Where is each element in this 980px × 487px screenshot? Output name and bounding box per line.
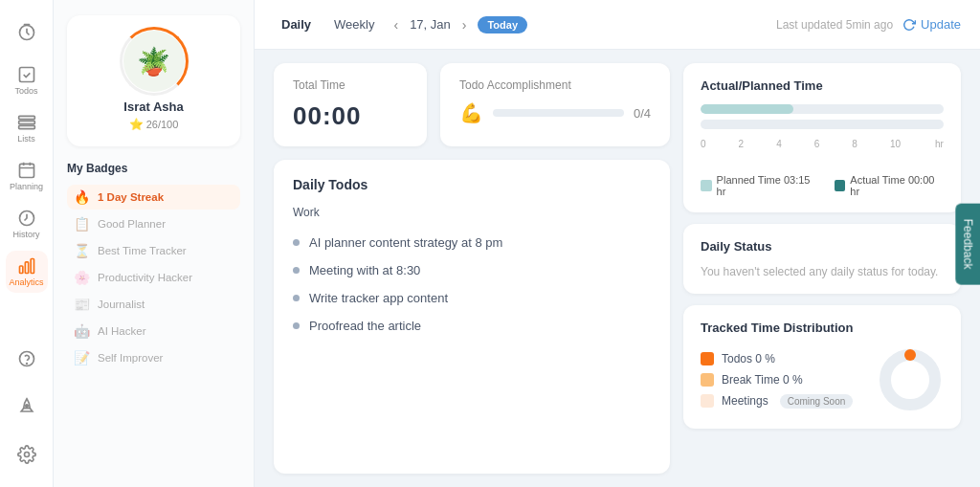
left-panel: 🪴 Israt Asha ⭐ 26/100 My Badges 🔥 1 Day … <box>54 0 255 487</box>
badge-item-streak[interactable]: 🔥 1 Day Streak <box>67 185 240 210</box>
actual-legend-label: Actual Time 00:00 hr <box>850 174 944 197</box>
todo-text: Meeting with at 8:30 <box>309 263 420 277</box>
prev-date-button[interactable]: ‹ <box>390 15 402 34</box>
svg-rect-8 <box>25 262 28 274</box>
feedback-tab[interactable]: Feedback <box>956 203 980 284</box>
planned-bar-track <box>701 104 944 114</box>
actual-planned-title: Actual/Planned Time <box>701 78 944 93</box>
axis-10: 10 <box>890 139 901 149</box>
svg-point-13 <box>24 453 29 457</box>
actual-bar-row <box>701 120 944 129</box>
daily-status-message: You haven't selected any daily status fo… <box>701 265 944 278</box>
todo-item[interactable]: Write tracker app content <box>293 284 651 312</box>
actual-legend-dot <box>835 180 846 191</box>
sidebar-item-help[interactable] <box>6 338 48 380</box>
badge-label-productivity: Productivity Hacker <box>98 272 192 283</box>
sidebar-item-rocket[interactable] <box>6 386 48 428</box>
sidebar-item-analytics[interactable]: Analytics <box>6 251 48 293</box>
left-column: Total Time 00:00 Todo Accomplishment 💪 0… <box>274 63 670 474</box>
topbar-right: Last updated 5min ago Update <box>776 17 961 32</box>
total-time-value: 00:00 <box>293 101 408 131</box>
badge-item-journalist[interactable]: 📰 Journalist <box>67 292 240 317</box>
axis-4: 4 <box>776 139 782 149</box>
last-updated-text: Last updated 5min ago <box>776 18 893 32</box>
todo-progress-bar <box>493 109 624 117</box>
todo-item[interactable]: AI planner content strategy at 8 pm <box>293 229 651 256</box>
ai-hacker-icon: 🤖 <box>73 323 90 339</box>
todo-dot <box>293 295 300 301</box>
sidebar-item-todos[interactable]: Todos <box>6 59 48 101</box>
time-tracker-icon: ⏳ <box>73 243 90 258</box>
bar-chart: 0 2 4 6 8 10 hr <box>701 104 944 166</box>
tracked-time-card: Tracked Time Distribution Todos 0 % Brea… <box>683 305 961 429</box>
dist-break: Break Time 0 % <box>701 373 865 387</box>
badge-item-productivity[interactable]: 🌸 Productivity Hacker <box>67 265 240 290</box>
svg-rect-3 <box>18 121 34 123</box>
topbar: Daily Weekly ‹ 17, Jan › Today Last upda… <box>255 0 980 50</box>
today-badge[interactable]: Today <box>478 16 527 33</box>
badge-item-self-improver[interactable]: 📝 Self Improver <box>67 345 240 370</box>
daily-todos-card: Daily Todos Work AI planner content stra… <box>274 160 670 474</box>
chart-axis: 0 2 4 6 8 10 hr <box>701 135 944 149</box>
distribution-legend: Todos 0 % Break Time 0 % Meetings Coming… <box>701 352 865 409</box>
todo-item[interactable]: Proofread the article <box>293 312 651 340</box>
axis-6: 6 <box>814 139 820 149</box>
update-button[interactable]: Update <box>902 17 961 32</box>
badge-item-time-tracker[interactable]: ⏳ Best Time Tracker <box>67 238 240 263</box>
sidebar-item-timer[interactable] <box>6 11 48 54</box>
planner-icon: 📋 <box>73 216 90 232</box>
sidebar-item-history[interactable]: History <box>6 203 48 245</box>
daily-status-title: Daily Status <box>701 239 944 254</box>
sidebar-planning-label: Planning <box>10 182 43 191</box>
profile-score: ⭐ 26/100 <box>129 118 179 131</box>
sidebar-item-settings[interactable] <box>6 433 48 476</box>
svg-rect-2 <box>18 116 34 119</box>
daily-status-card: Daily Status You haven't selected any da… <box>683 224 961 294</box>
nav-daily[interactable]: Daily <box>274 13 319 35</box>
next-date-button[interactable]: › <box>458 15 471 34</box>
right-column: Actual/Planned Time 0 2 <box>683 63 961 474</box>
todo-text: AI planner content strategy at 8 pm <box>309 235 502 250</box>
todo-text: Proofread the article <box>309 319 421 333</box>
meetings-label: Meetings <box>722 394 768 408</box>
avatar-container: 🪴 <box>123 31 185 92</box>
actual-bar-track <box>701 120 944 129</box>
planned-bar-fill <box>701 104 793 114</box>
badge-label-time-tracker: Best Time Tracker <box>98 245 187 256</box>
badge-item-ai-hacker[interactable]: 🤖 AI Hacker <box>67 319 240 343</box>
svg-rect-7 <box>19 266 22 274</box>
donut-chart <box>877 346 944 413</box>
svg-rect-5 <box>19 164 33 177</box>
badge-label-ai-hacker: AI Hacker <box>98 325 146 337</box>
svg-rect-4 <box>18 125 34 128</box>
muscle-icon: 💪 <box>459 101 483 124</box>
badges-section: My Badges 🔥 1 Day Streak 📋 Good Planner … <box>67 162 240 370</box>
tracked-time-title: Tracked Time Distribution <box>701 321 944 335</box>
update-label: Update <box>921 17 961 32</box>
todo-acc-content: 💪 0/4 <box>459 101 651 124</box>
topbar-nav: Daily Weekly ‹ 17, Jan › Today <box>274 13 527 35</box>
avatar-ring <box>120 27 189 96</box>
todo-item[interactable]: Meeting with at 8:30 <box>293 256 651 284</box>
total-time-card: Total Time 00:00 <box>274 63 427 146</box>
meetings-dot <box>701 394 714 408</box>
date-label: 17, Jan <box>410 17 451 32</box>
svg-point-11 <box>26 364 27 365</box>
todos-label: Todos 0 % <box>722 352 775 365</box>
distribution-content: Todos 0 % Break Time 0 % Meetings Coming… <box>701 346 944 413</box>
profile-card: 🪴 Israt Asha ⭐ 26/100 <box>67 15 240 146</box>
sidebar: Todos Lists Planning History Analytics <box>0 0 54 487</box>
self-improver-icon: 📝 <box>73 350 90 365</box>
badge-item-planner[interactable]: 📋 Good Planner <box>67 211 240 236</box>
star-icon: ⭐ <box>129 118 144 131</box>
journalist-icon: 📰 <box>73 297 90 312</box>
todo-acc-label: Todo Accomplishment <box>459 78 651 92</box>
sidebar-item-planning[interactable]: Planning <box>6 155 48 197</box>
todo-count: 0/4 <box>634 106 651 121</box>
nav-weekly[interactable]: Weekly <box>326 13 382 35</box>
break-label: Break Time 0 % <box>722 373 803 387</box>
chart-legend: Planned Time 03:15 hr Actual Time 00:00 … <box>701 174 944 197</box>
axis-0: 0 <box>701 139 706 149</box>
legend-actual: Actual Time 00:00 hr <box>835 174 944 197</box>
sidebar-item-lists[interactable]: Lists <box>6 107 48 149</box>
